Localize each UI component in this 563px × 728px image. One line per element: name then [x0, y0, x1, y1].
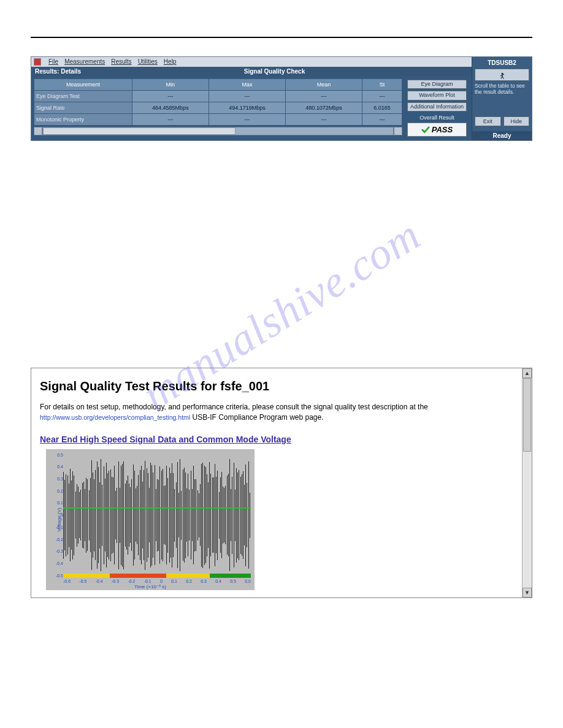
cell: ---	[132, 91, 209, 102]
pass-text: PASS	[432, 125, 453, 134]
status-bar: Ready	[472, 131, 532, 140]
cell-label: Signal Rate	[34, 102, 132, 114]
overall-result-label: Overall Result	[407, 115, 467, 121]
toolbar-title: Signal Quality Check	[81, 68, 468, 75]
cell: ---	[209, 114, 285, 126]
run-button[interactable]	[475, 69, 529, 81]
cell-label: Eye Diagram Test	[34, 91, 132, 102]
report-intro: For details on test setup, methodology, …	[40, 402, 513, 422]
cell: 6.0165	[362, 102, 402, 114]
report-heading: Signal Quality Test Results for fsfe_001	[40, 379, 513, 393]
page-rule	[31, 37, 532, 38]
scroll-hint: Scroll the table to see the result detai…	[475, 83, 529, 96]
menu-utilities[interactable]: Utilities	[138, 58, 158, 66]
scroll-thumb[interactable]	[523, 378, 531, 451]
plot-midline	[63, 507, 251, 509]
col-mean: Mean	[285, 79, 362, 91]
cell: ---	[285, 114, 362, 126]
col-max: Max	[209, 79, 285, 91]
menubar: File Measurements Results Utilities Help	[31, 57, 472, 67]
results-table: Measurement Min Max Mean St Eye Diagram …	[34, 78, 402, 126]
col-st: St	[362, 79, 402, 91]
plot-xstrip	[63, 574, 251, 578]
scroll-up-icon[interactable]: ▲	[523, 368, 532, 378]
app-window: File Measurements Results Utilities Help…	[31, 56, 532, 141]
right-panel-title: TDSUSB2	[475, 59, 529, 66]
cell: 480.1072Mbps	[285, 102, 362, 114]
run-person-icon	[499, 71, 506, 78]
menu-results[interactable]: Results	[111, 58, 131, 66]
cell: ---	[285, 91, 362, 102]
cell-label: Monotonic Property	[34, 114, 132, 126]
col-measurement: Measurement	[34, 79, 132, 91]
plot-bars	[63, 453, 251, 578]
report-panel: Signal Quality Test Results for fsfe_001…	[31, 368, 532, 597]
cell: ---	[209, 91, 285, 102]
scroll-right-icon[interactable]	[394, 127, 402, 135]
overall-result-pass: PASS	[407, 123, 467, 137]
plot-yticks: 0.50.40.30.20.10-0.1-0.2-0.3-0.4-0.5	[55, 453, 63, 578]
report-vscroll[interactable]: ▲ ▼	[522, 368, 532, 597]
compliance-link[interactable]: http://www.usb.org/developers/complian_t…	[40, 414, 190, 421]
plot-xlabel: Time (×10⁻⁶ s)	[134, 584, 166, 590]
additional-info-button[interactable]: Additional Information	[407, 102, 467, 112]
report-subheading: Near End High Speed Signal Data and Comm…	[40, 434, 513, 444]
eye-diagram-button[interactable]: Eye Diagram	[407, 80, 467, 89]
cell: ---	[132, 114, 209, 126]
svg-point-0	[501, 73, 503, 75]
table-row: Monotonic Property --- --- --- ---	[34, 114, 402, 126]
table-row: Eye Diagram Test --- --- --- ---	[34, 91, 402, 102]
scroll-thumb[interactable]	[43, 127, 236, 135]
cell: 494.1719Mbps	[209, 102, 285, 114]
cell: ---	[362, 114, 402, 126]
exit-button[interactable]: Exit	[475, 116, 501, 126]
scroll-down-icon[interactable]: ▼	[523, 588, 532, 597]
toolbar: Results: Details Signal Quality Check	[31, 67, 472, 76]
col-min: Min	[132, 79, 209, 91]
app-icon	[34, 58, 41, 66]
menu-help[interactable]: Help	[164, 58, 177, 66]
cell: ---	[362, 91, 402, 102]
checkmark-icon	[421, 126, 430, 134]
hide-button[interactable]: Hide	[504, 116, 530, 126]
table-hscroll[interactable]	[34, 127, 402, 135]
scroll-left-icon[interactable]	[34, 127, 42, 135]
waveform-plot-button[interactable]: Waveform Plot	[407, 91, 467, 100]
results-label: Results: Details	[35, 68, 81, 75]
signal-plot: Voltage (V) 0.50.40.30.20.10-0.1-0.2-0.3…	[46, 449, 255, 590]
table-row: Signal Rate 464.4585Mbps 494.1719Mbps 48…	[34, 102, 402, 114]
menu-file[interactable]: File	[48, 58, 58, 66]
cell: 464.4585Mbps	[132, 102, 209, 114]
menu-measurements[interactable]: Measurements	[64, 58, 105, 66]
